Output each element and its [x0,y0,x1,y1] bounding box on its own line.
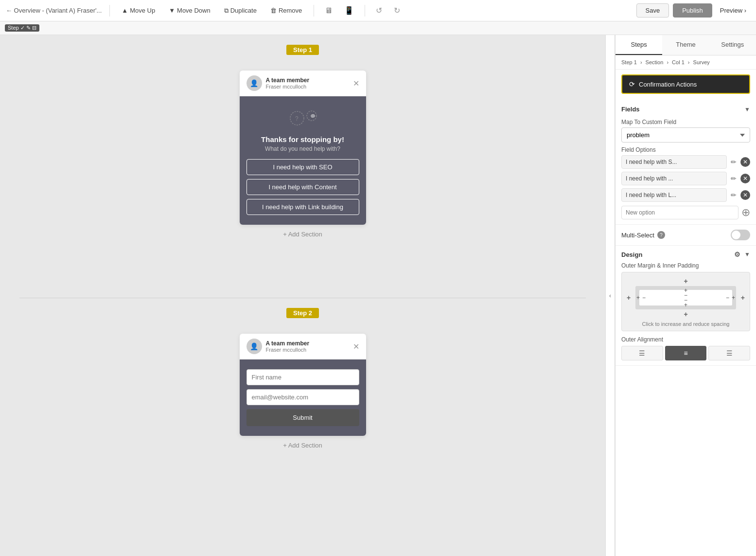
design-chevron: ▼ [744,251,750,258]
custom-field-select[interactable]: problem [621,127,750,143]
remove-option-1-button[interactable]: ✕ [740,157,750,167]
step2-area: Step 2 👤 A team member Fraser mcculloch … [0,298,605,556]
option-link-button[interactable]: I need help with Link building [246,199,359,215]
field-option-row-3: I need help with L... ✏ ✕ [621,188,750,202]
field-options-label: Field Options [621,146,750,153]
card-header-1: 👤 A team member Fraser mcculloch ✕ [240,71,366,96]
field-option-row-1: I need help with S... ✏ ✕ [621,155,750,169]
new-option-row: ⊕ [621,206,750,219]
step1-card: 👤 A team member Fraser mcculloch ✕ ? 💬 [240,71,366,225]
field-option-label-2: I need help with ... [621,172,727,185]
toggle-sidebar-button[interactable]: ‹ [605,35,615,556]
card-subtitle-1: What do you need help with? [246,145,359,152]
remove-option-2-button[interactable]: ✕ [740,174,750,183]
first-name-input[interactable] [246,369,359,385]
remove-option-3-button[interactable]: ✕ [740,190,750,200]
edit-option-2-button[interactable]: ✏ [730,174,738,183]
email-input[interactable] [246,389,359,405]
margin-padding-label: Outer Margin & Inner Padding [621,262,750,269]
step-bar: Step ✓ ✎ ⊟ [0,21,756,35]
edit-option-3-button[interactable]: ✏ [730,190,738,200]
step1-badge: Step 1 [286,45,319,55]
padding-right-plus[interactable]: + [732,294,735,301]
align-buttons: ☰ ≡ ☰ [621,346,750,360]
field-option-label-3: I need help with L... [621,188,727,202]
option-content-button[interactable]: I need help with Content [246,179,359,195]
duplicate-button[interactable]: ⧉ Duplicate [220,5,261,17]
save-button[interactable]: Save [636,3,669,18]
design-section: Design ⚙ ▼ Outer Margin & Inner Padding … [615,246,756,366]
remove-button[interactable]: 🗑 Remove [266,5,306,16]
multi-select-row: Multi-Select ? [615,225,756,246]
tab-steps[interactable]: Steps [615,35,662,55]
margin-bottom-plus[interactable]: + [684,310,687,318]
publish-button[interactable]: Publish [673,3,712,18]
padding-left-minus[interactable]: − [642,294,646,301]
move-down-button[interactable]: ▼ Move Down [165,5,214,16]
margin-right-plus[interactable]: + [741,294,745,302]
multi-select-toggle[interactable] [731,230,750,240]
add-section-2[interactable]: + Add Section [19,436,586,455]
card-body-1: ? 💬 Thanks for stopping by! What do you … [240,96,366,225]
card-close-1[interactable]: ✕ [353,79,359,88]
margin-diagram: + + + + + + + + − − − − [621,272,750,331]
tab-theme[interactable]: Theme [662,35,709,55]
agent-label-2: A team member [266,340,353,347]
fields-header[interactable]: Fields ▼ [621,104,750,115]
move-up-icon: ▲ [122,7,128,14]
padding-bottom-minus[interactable]: − [684,297,687,304]
diagram-caption: Click to increase and reduce spacing [626,321,746,327]
step2-card: 👤 A team member Fraser mcculloch ✕ Submi… [240,334,366,436]
fields-chevron: ▼ [744,106,750,113]
padding-right-minus[interactable]: − [726,294,729,301]
design-header[interactable]: Design ⚙ ▼ [621,251,750,258]
padding-left-plus[interactable]: + [636,294,640,301]
margin-left-plus[interactable]: + [627,294,631,302]
agent-label-1: A team member [266,77,353,84]
card-close-2[interactable]: ✕ [353,342,359,351]
align-left-button[interactable]: ☰ [621,346,663,360]
step2-badge: Step 2 [286,308,319,318]
preview-button[interactable]: Preview › [716,5,750,16]
option-seo-button[interactable]: I need help with SEO [246,159,359,175]
confirmation-actions-button[interactable]: ⟳ Confirmation Actions [621,74,750,94]
tab-settings[interactable]: Settings [709,35,756,55]
breadcrumb: Step 1 › Section › Col 1 › Survey [615,55,756,70]
trash-icon: 🗑 [270,7,277,14]
field-option-row-2: I need help with ... ✏ ✕ [621,172,750,185]
margin-top-plus[interactable]: + [684,277,687,285]
edit-option-1-button[interactable]: ✏ [730,157,738,167]
refresh-icon: ⟳ [629,80,635,88]
svg-text:?: ? [295,115,299,122]
add-option-button[interactable]: ⊕ [741,207,750,218]
add-section-1[interactable]: + Add Section [19,225,586,244]
step-indicator: Step ✓ ✎ ⊟ [5,24,39,32]
card-header-2: 👤 A team member Fraser mcculloch ✕ [240,334,366,359]
redo-button[interactable]: ↻ [391,4,403,17]
field-option-label-1: I need help with S... [621,155,727,169]
back-link[interactable]: ← Overview - (Variant A) Fraser'... [6,7,102,14]
align-right-button[interactable]: ☰ [708,346,750,360]
agent-name-1: Fraser mcculloch [266,84,353,90]
undo-button[interactable]: ↺ [373,4,385,17]
step1-area: Step 1 👤 A team member Fraser mcculloch … [0,35,605,298]
card-illustration-1: ? 💬 [246,106,359,135]
outer-alignment-label: Outer Alignment [621,336,750,343]
submit-button[interactable]: Submit [246,409,359,426]
desktop-device-button[interactable]: 🖥 [322,4,335,17]
align-center-button[interactable]: ≡ [665,346,707,360]
canvas: Step 1 👤 A team member Fraser mcculloch … [0,35,605,556]
right-panel: Steps Theme Settings Step 1 › Section › … [615,35,756,556]
gear-icon[interactable]: ⚙ [734,251,740,258]
card-body-2: Submit [240,359,366,436]
topbar: ← Overview - (Variant A) Fraser'... ▲ Mo… [0,0,756,21]
svg-text:💬: 💬 [310,113,316,119]
avatar-2: 👤 [246,339,262,354]
move-up-button[interactable]: ▲ Move Up [118,5,159,16]
fields-section: Fields ▼ Map To Custom Field problem Fie… [615,99,756,225]
mobile-device-button[interactable]: 📱 [341,4,357,17]
agent-name-2: Fraser mcculloch [266,347,353,353]
new-option-input[interactable] [621,206,738,219]
toggle-knob [732,231,740,239]
move-down-icon: ▼ [169,7,175,14]
